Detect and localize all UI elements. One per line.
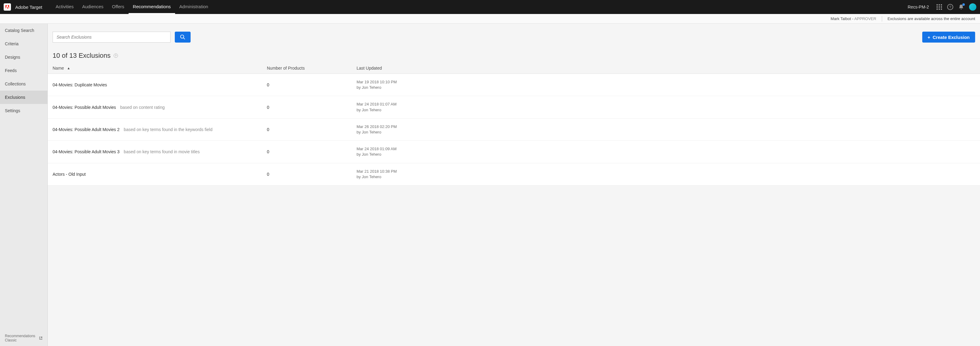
product-name: Adobe Target [15,5,42,10]
row-count: 0 [267,149,356,154]
adobe-icon [5,5,10,10]
divider [882,16,882,22]
search-icon [180,34,185,40]
sidebar-item-collections[interactable]: Collections [0,77,48,91]
svg-line-12 [184,38,185,40]
header-right: Recs-PM-2 ? [908,3,976,11]
top-header: Adobe Target Activities Audiences Offers… [0,0,980,14]
row-desc: based on key terms found in movie titles [124,149,200,154]
nav-administration[interactable]: Administration [175,0,213,14]
create-exclusion-button[interactable]: + Create Exclusion [922,32,975,43]
row-name: Actors - Old Input [52,172,86,177]
row-updated: Mar 26 2018 02:20 PM by Jon Tehero [356,124,975,135]
layout: Catalog Search Criteria Designs Feeds Co… [0,24,980,346]
top-nav: Activities Audiences Offers Recommendati… [51,0,213,14]
column-name[interactable]: Name ▲ [52,66,267,70]
svg-rect-3 [937,6,938,8]
nav-activities[interactable]: Activities [51,0,78,14]
sort-ascending-icon: ▲ [67,66,70,70]
external-link-icon [39,336,43,340]
svg-point-11 [181,35,184,38]
classic-label: Recommendations Classic [5,334,37,342]
notifications-icon[interactable] [958,4,964,10]
table-body: 04-Movies: Duplicate Movies 0 Mar 19 201… [48,74,980,185]
content: + Create Exclusion 10 of 13 Exclusions ?… [48,24,980,346]
svg-rect-8 [941,8,942,10]
sidebar-item-catalog-search[interactable]: Catalog Search [0,24,48,37]
svg-rect-0 [937,4,938,5]
table-row[interactable]: 04-Movies: Possible Adult Movies 3 based… [48,141,980,163]
search-button[interactable] [175,32,191,43]
row-desc: based on content rating [120,105,164,110]
row-name: 04-Movies: Possible Adult Movies [52,105,116,110]
row-count: 0 [267,82,356,87]
user-info: Mark Talbot - APPROVER [831,16,877,21]
row-updated: Mar 24 2018 01:09 AM by Jon Tehero [356,146,975,157]
column-updated[interactable]: Last Updated [356,66,975,70]
sidebar: Catalog Search Criteria Designs Feeds Co… [0,24,48,346]
recommendations-classic-link[interactable]: Recommendations Classic [0,330,48,346]
toolbar: + Create Exclusion [48,24,980,46]
column-count[interactable]: Number of Products [267,66,356,70]
plus-icon: + [928,35,931,40]
sidebar-item-exclusions[interactable]: Exclusions [0,91,48,104]
row-updated: Mar 21 2018 10:38 PM by Jon Tehero [356,169,975,180]
table-row[interactable]: Actors - Old Input 0 Mar 21 2018 10:38 P… [48,163,980,185]
list-title-text: 10 of 13 Exclusions [52,52,111,60]
table-row[interactable]: 04-Movies: Duplicate Movies 0 Mar 19 201… [48,74,980,96]
help-tooltip-icon[interactable]: ? [114,54,118,58]
svg-rect-1 [939,4,940,5]
nav-audiences[interactable]: Audiences [78,0,108,14]
svg-rect-5 [941,6,942,8]
row-name: 04-Movies: Duplicate Movies [52,82,107,87]
svg-rect-4 [939,6,940,8]
row-updated: Mar 24 2018 01:07 AM by Jon Tehero [356,102,975,113]
svg-rect-6 [937,8,938,10]
sidebar-item-feeds[interactable]: Feeds [0,64,48,77]
create-label: Create Exclusion [932,35,970,40]
column-name-label: Name [52,66,64,70]
svg-rect-2 [941,4,942,5]
table-row[interactable]: 04-Movies: Possible Adult Movies based o… [48,96,980,118]
nav-offers[interactable]: Offers [108,0,129,14]
sidebar-item-settings[interactable]: Settings [0,104,48,117]
avatar[interactable] [969,3,976,11]
notification-dot [963,3,965,6]
row-desc: based on key terms found in the keywords… [124,127,213,132]
username: Mark Talbot [831,16,851,21]
nav-recommendations[interactable]: Recommendations [129,0,175,14]
user-role: APPROVER [854,16,876,21]
help-icon[interactable]: ? [947,4,953,10]
list-title: 10 of 13 Exclusions ? [48,46,980,63]
header-left: Adobe Target Activities Audiences Offers… [4,0,213,14]
row-name: 04-Movies: Possible Adult Movies 3 [52,149,119,154]
search-input[interactable] [52,32,170,43]
apps-icon[interactable] [936,4,942,10]
table-row[interactable]: 04-Movies: Possible Adult Movies 2 based… [48,119,980,141]
table-header: Name ▲ Number of Products Last Updated [48,63,980,74]
workspace-name[interactable]: Recs-PM-2 [908,5,929,10]
scope-text: Exclusions are available across the enti… [888,16,975,21]
sub-header: Mark Talbot - APPROVER Exclusions are av… [0,14,980,24]
sidebar-item-designs[interactable]: Designs [0,51,48,64]
row-count: 0 [267,105,356,110]
sidebar-item-criteria[interactable]: Criteria [0,37,48,51]
svg-rect-7 [939,8,940,10]
adobe-logo[interactable] [4,3,11,11]
row-name: 04-Movies: Possible Adult Movies 2 [52,127,119,132]
row-count: 0 [267,172,356,177]
row-updated: Mar 19 2018 10:10 PM by Jon Tehero [356,79,975,90]
row-count: 0 [267,127,356,132]
svg-text:?: ? [949,5,951,10]
